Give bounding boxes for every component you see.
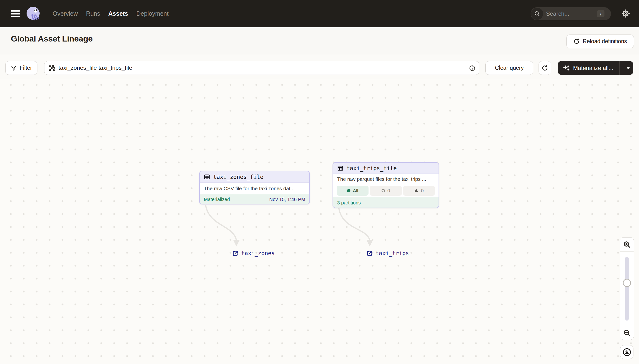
table-icon	[337, 165, 343, 172]
refresh-graph-button[interactable]	[538, 61, 551, 75]
zoom-out-icon	[623, 329, 631, 337]
asset-node-taxi-zones-file[interactable]: taxi_zones_file The raw CSV file for the…	[199, 171, 310, 204]
lineage-toolbar: Filter Clear query Mater	[0, 55, 639, 80]
funnel-icon	[11, 65, 17, 71]
partitions-materialized-pill[interactable]: All	[337, 186, 369, 196]
dagster-logo[interactable]	[26, 6, 41, 21]
global-search[interactable]: /	[530, 7, 611, 20]
main-nav: Overview Runs Assets Deployment	[53, 0, 169, 27]
nav-item-assets[interactable]: Assets	[109, 10, 128, 17]
partition-count: 3 partitions	[337, 200, 361, 206]
asset-node-header: taxi_zones_file	[200, 172, 309, 183]
green-dot-icon	[347, 189, 350, 192]
hamburger-menu-icon[interactable]	[11, 10, 20, 17]
download-image-button[interactable]	[620, 345, 633, 359]
refresh-icon	[573, 38, 580, 45]
materialized-timestamp[interactable]: Nov 15, 1:46 PM	[269, 197, 305, 202]
filter-button[interactable]: Filter	[5, 61, 38, 75]
asset-name: taxi_trips_file	[347, 165, 397, 172]
refresh-icon	[541, 65, 548, 72]
external-link-icon	[367, 250, 373, 256]
table-icon	[204, 174, 210, 180]
asset-node-taxi-trips-file[interactable]: taxi_trips_file The raw parquet files fo…	[333, 162, 439, 208]
reload-definitions-button[interactable]: Reload definitions	[566, 34, 634, 48]
partitions-missing-pill[interactable]: 0	[403, 186, 435, 196]
asset-selection-box	[44, 61, 479, 75]
nav-item-deployment[interactable]: Deployment	[137, 10, 169, 17]
zoom-in-button[interactable]	[620, 238, 634, 251]
search-icon	[531, 8, 543, 20]
materialize-all-button[interactable]: Materialize all...	[558, 61, 633, 75]
asset-description: The raw parquet files for the taxi trips…	[333, 174, 439, 184]
button-divider	[619, 61, 620, 75]
nav-item-overview[interactable]: Overview	[53, 10, 78, 17]
lineage-canvas[interactable]: taxi_zones_file The raw CSV file for the…	[0, 80, 639, 364]
info-icon[interactable]	[469, 65, 475, 72]
asset-name: taxi_zones_file	[213, 174, 263, 180]
partition-health-row: All 0 0	[333, 184, 439, 197]
zoom-in-icon	[623, 240, 631, 248]
search-shortcut-keycap: /	[597, 10, 604, 18]
materialized-status: Materialized	[204, 197, 230, 202]
asset-graph-icon	[48, 65, 55, 72]
lineage-edges	[0, 80, 639, 364]
page-title: Global Asset Lineage	[11, 34, 93, 44]
top-navigation-bar: Overview Runs Assets Deployment /	[0, 0, 639, 27]
partitions-failed-pill[interactable]: 0	[370, 186, 402, 196]
download-icon	[622, 348, 631, 357]
asset-description: The raw CSV file for the taxi zones dat.…	[200, 183, 309, 194]
downstream-link-taxi-zones[interactable]: taxi_zones	[232, 250, 275, 256]
zoom-slider	[620, 251, 634, 326]
zoom-controls	[620, 237, 634, 340]
sparkle-icon	[562, 64, 571, 72]
asset-selection-input[interactable]	[59, 62, 457, 74]
materialize-all-label: Materialize all...	[573, 65, 613, 72]
asset-status-footer: Materialized Nov 15, 1:46 PM	[200, 194, 309, 204]
asset-partitions-footer: 3 partitions	[333, 197, 439, 208]
external-link-icon	[232, 250, 238, 256]
asset-node-header: taxi_trips_file	[333, 163, 439, 174]
zoom-slider-track[interactable]	[625, 257, 629, 320]
zoom-out-button[interactable]	[620, 326, 634, 340]
clear-query-button[interactable]: Clear query	[485, 61, 533, 75]
triangle-icon	[414, 189, 418, 192]
page-header: Global Asset Lineage Reload definitions	[0, 27, 639, 55]
downstream-link-taxi-trips[interactable]: taxi_trips	[367, 250, 409, 256]
ring-icon	[382, 189, 385, 192]
zoom-slider-handle[interactable]	[623, 279, 631, 287]
nav-item-runs[interactable]: Runs	[86, 10, 100, 17]
materialize-dropdown-caret[interactable]	[623, 61, 633, 75]
settings-gear-icon[interactable]	[621, 9, 630, 18]
search-input[interactable]	[546, 7, 594, 20]
